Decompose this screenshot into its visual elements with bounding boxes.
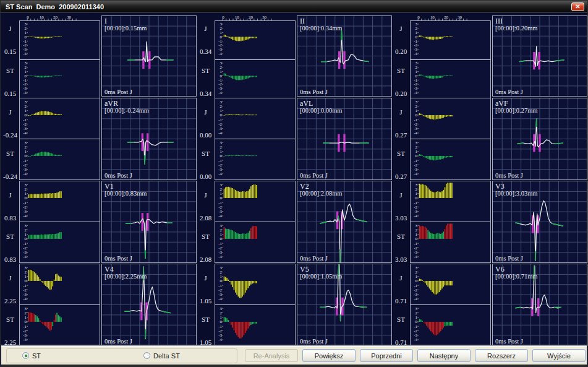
waveform-footer: 0ms Post J bbox=[104, 172, 132, 179]
svg-text:20: 20 bbox=[53, 15, 58, 20]
waveform-panel[interactable]: V4 [00:00]:2.25mm 0ms Post J bbox=[101, 264, 197, 346]
button-row: Re-Analysis Powiększ Poprzedni Następny … bbox=[245, 349, 586, 362]
st-label: ST bbox=[197, 67, 215, 74]
j-value: 0.15 bbox=[1, 48, 19, 55]
j-value: 0.83 bbox=[1, 214, 19, 222]
trend-panel[interactable]: 3210-1-2-3-4 3210-1-2-3-4 bbox=[215, 98, 296, 180]
st-scan-window: ST Scan Demo 200902011340 ✕ J 0.15 ST 0.… bbox=[0, 0, 588, 367]
waveform-panel[interactable]: I [00:00]:0.15mm 0ms Post J bbox=[101, 15, 197, 97]
waveform-panel[interactable]: V6 [00:00]:0.71mm 0ms Post J bbox=[492, 264, 587, 346]
waveform-panel[interactable]: V3 [00:00]:3.03mm 0ms Post J bbox=[492, 181, 587, 263]
j-label: J bbox=[197, 108, 215, 116]
st-trend-chart: 3210-1-2-3-4 bbox=[215, 139, 295, 179]
expand-button[interactable]: Rozszerz bbox=[475, 349, 528, 362]
svg-text:-4: -4 bbox=[414, 51, 417, 56]
waveform-footer: 0ms Post J bbox=[495, 338, 523, 345]
lead-label-column: J 0.20 ST 0.20 bbox=[392, 14, 410, 98]
j-trend-chart: 3210-1-2-3-4 bbox=[215, 264, 295, 304]
svg-text:30: 30 bbox=[458, 15, 462, 20]
st-label: ST bbox=[1, 316, 19, 323]
st-label: ST bbox=[197, 150, 215, 157]
st-value: -0.24 bbox=[1, 173, 19, 180]
j-label: J bbox=[1, 274, 19, 282]
waveform-footer: 0ms Post J bbox=[495, 172, 523, 179]
radio-delta-st-circle[interactable] bbox=[143, 352, 150, 359]
svg-text:0: 0 bbox=[222, 15, 224, 20]
lead-group: J 0.71 ST 0.71 3210-1-2-3-4 3210-1-2-3-4… bbox=[392, 264, 587, 347]
trend-panel[interactable]: 3210-1-2-3-4 3210-1-2-3-4 bbox=[215, 20, 296, 98]
lead-group: J 2.25 ST 2.25 3210-1-2-3-4 3210-1-2-3-4… bbox=[1, 264, 197, 347]
lead-label-column: J 0.83 ST 0.83 bbox=[1, 181, 19, 264]
j-value: 0.00 bbox=[197, 131, 215, 139]
waveform-panel[interactable]: V5 [00:00]:1.05mm 0ms Post J bbox=[297, 264, 392, 346]
st-label: ST bbox=[392, 233, 410, 240]
svg-text:-4: -4 bbox=[218, 254, 222, 259]
title-bar[interactable]: ST Scan Demo 200902011340 ✕ bbox=[1, 1, 587, 13]
close-button[interactable]: ✕ bbox=[571, 2, 584, 11]
exit-button[interactable]: Wyjście bbox=[532, 349, 586, 362]
j-value: 2.25 bbox=[1, 297, 19, 304]
trend-panel[interactable]: 3210-1-2-3-4 3210-1-2-3-4 bbox=[410, 264, 491, 346]
lead-annotation: [00:00]:2.08mm bbox=[300, 190, 343, 197]
j-label: J bbox=[392, 108, 410, 116]
trend-panel[interactable]: 3210-1-2-3-4 3210-1-2-3-4 bbox=[19, 181, 100, 263]
radio-st[interactable]: ST bbox=[22, 352, 41, 360]
st-value: 0.15 bbox=[1, 90, 19, 97]
trend-panel[interactable]: 3210-1-2-3-4 3210-1-2-3-4 bbox=[215, 181, 296, 263]
svg-text:0: 0 bbox=[417, 15, 420, 20]
trend-panel[interactable]: 3210-1-2-3-4 3210-1-2-3-4 bbox=[410, 20, 491, 98]
previous-button[interactable]: Poprzedni bbox=[360, 349, 413, 362]
j-value: -0.24 bbox=[1, 131, 19, 139]
lead-label-column: J 0.34 ST 0.34 bbox=[197, 14, 215, 98]
zoom-button[interactable]: Powiększ bbox=[302, 349, 356, 362]
trend-panel[interactable]: 3210-1-2-3-4 3210-1-2-3-4 bbox=[19, 20, 100, 98]
waveform-panel[interactable]: V1 [00:00]:0.83mm 0ms Post J bbox=[101, 181, 197, 263]
waveform-panel[interactable]: II [00:00]:0.34mm 0ms Post J bbox=[297, 15, 392, 97]
waveform-panel[interactable]: aVL [00:00]:0.00mm 0ms Post J bbox=[297, 98, 392, 180]
waveform-footer: 0ms Post J bbox=[104, 89, 132, 95]
j-trend-chart: 3210-1-2-3-4 bbox=[20, 181, 100, 222]
lead-label-column: J 1.05 ST 1.05 bbox=[197, 264, 215, 347]
lead-label-column: J 0.15 ST 0.15 bbox=[1, 14, 19, 98]
st-trend-chart: 3210-1-2-3-4 bbox=[411, 60, 490, 98]
radio-delta-st-label: Delta ST bbox=[153, 352, 180, 360]
j-label-block: J 0.34 bbox=[197, 14, 215, 56]
lead-group: J 0.00 ST 0.00 3210-1-2-3-4 3210-1-2-3-4… bbox=[197, 98, 392, 181]
svg-text:-4: -4 bbox=[23, 214, 27, 218]
svg-text:20: 20 bbox=[444, 15, 449, 20]
waveform-column: aVL [00:00]:0.00mm 0ms Post J bbox=[297, 98, 392, 181]
trend-panel[interactable]: 3210-1-2-3-4 3210-1-2-3-4 bbox=[410, 98, 491, 180]
waveform-panel[interactable]: III [00:00]:0.20mm 0ms Post J bbox=[492, 15, 587, 97]
radio-st-circle[interactable] bbox=[22, 352, 29, 359]
trend-panel[interactable]: 3210-1-2-3-4 3210-1-2-3-4 bbox=[19, 98, 100, 180]
svg-text:-4: -4 bbox=[218, 131, 222, 136]
mode-radio-group: ST Delta ST bbox=[6, 348, 237, 363]
lead-group: J 0.27 ST 0.27 3210-1-2-3-4 3210-1-2-3-4… bbox=[392, 98, 587, 181]
waveform-column: V5 [00:00]:1.05mm 0ms Post J bbox=[297, 264, 392, 347]
lead-label-column: J 2.08 ST 2.08 bbox=[197, 181, 215, 264]
next-button[interactable]: Następny bbox=[417, 349, 471, 362]
j-label: J bbox=[197, 274, 215, 282]
trend-column: 3210-1-2-3-4 3210-1-2-3-4 bbox=[410, 264, 491, 347]
lead-group: J 0.83 ST 0.83 3210-1-2-3-4 3210-1-2-3-4… bbox=[1, 181, 197, 264]
bottom-toolbar: ST Delta ST Re-Analysis Powiększ Poprzed… bbox=[1, 346, 587, 366]
j-trend-chart: 3210-1-2-3-4 bbox=[215, 21, 295, 59]
st-label-block: ST 0.83 bbox=[1, 222, 19, 264]
j-trend-chart: 3210-1-2-3-4 bbox=[20, 21, 100, 59]
waveform-panel[interactable]: aVF [00:00]:0.27mm 0ms Post J bbox=[492, 98, 587, 180]
j-trend-chart: 3210-1-2-3-4 bbox=[215, 98, 295, 139]
st-label: ST bbox=[392, 316, 410, 323]
trend-panel[interactable]: 3210-1-2-3-4 3210-1-2-3-4 bbox=[215, 264, 296, 346]
svg-text:10: 10 bbox=[40, 15, 45, 20]
st-trend-chart: 3210-1-2-3-4 bbox=[20, 305, 100, 345]
trend-panel[interactable]: 3210-1-2-3-4 3210-1-2-3-4 bbox=[410, 181, 491, 263]
j-value: 0.20 bbox=[392, 48, 410, 55]
j-label-block: J 0.27 bbox=[392, 98, 410, 139]
waveform-panel[interactable]: V2 [00:00]:2.08mm 0ms Post J bbox=[297, 181, 392, 263]
re-analysis-button[interactable]: Re-Analysis bbox=[245, 349, 298, 362]
svg-text:-4: -4 bbox=[23, 51, 27, 56]
waveform-panel[interactable]: aVR [00:00]:-0.24mm 0ms Post J bbox=[101, 98, 197, 180]
trend-panel[interactable]: 3210-1-2-3-4 3210-1-2-3-4 bbox=[19, 264, 100, 346]
radio-delta-st[interactable]: Delta ST bbox=[143, 352, 180, 360]
st-trend-chart: 3210-1-2-3-4 bbox=[411, 305, 490, 345]
